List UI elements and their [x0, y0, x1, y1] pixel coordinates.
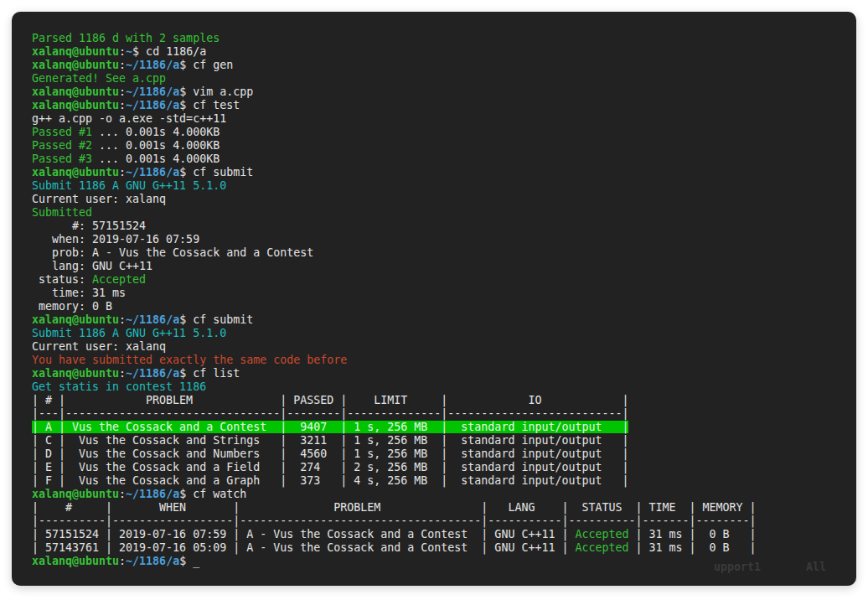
- output-duplicate-warning: You have submitted exactly the same code…: [32, 354, 851, 367]
- info-text: Submit 1186 A GNU G++11 5.1.0: [32, 179, 226, 192]
- text: | # | PROBLEM | PASSED | LIMIT | IO |: [32, 394, 628, 406]
- text: | D | Vus the Cossack and Numbers | 4560…: [32, 447, 628, 460]
- text: :: [119, 99, 126, 111]
- text: $ cf submit: [179, 313, 253, 326]
- submission-time: time: 31 ms: [32, 287, 851, 300]
- terminal-output: Parsed 1186 d with 2 samplesxalanq@ubunt…: [32, 32, 851, 581]
- output-submit-info-1: Submit 1186 A GNU G++11 5.1.0: [32, 179, 851, 193]
- text: |---|--------------------------------|--…: [32, 407, 628, 420]
- text: :: [119, 45, 126, 58]
- text: :: [119, 313, 126, 326]
- submission-lang: lang: GNU C++11: [32, 260, 851, 273]
- text: $ cd 1186/a: [132, 45, 206, 58]
- prompt-path: ~/1186/a: [126, 313, 179, 326]
- success-text: Passed #2: [32, 139, 92, 152]
- highlighted-row-text: | A | Vus the Cossack and a Contest | 94…: [32, 421, 628, 433]
- submission-when: when: 2019-07-16 07:59: [32, 233, 851, 246]
- prompt-path: ~/1186/a: [126, 555, 179, 567]
- prompt-path: ~/1186/a: [126, 59, 179, 71]
- watch-table-row-1: | 57151524 | 2019-07-16 07:59 | A - Vus …: [32, 528, 851, 541]
- output-get-statis: Get statis in contest 1186: [32, 380, 851, 394]
- list-table-row-f: | F | Vus the Cossack and a Graph | 373 …: [32, 474, 851, 488]
- prompt-user-host: xalanq@ubuntu: [32, 367, 119, 380]
- command-cd: xalanq@ubuntu:~$ cd 1186/a: [32, 45, 851, 59]
- list-table-row-e: | E | Vus the Cossack and a Field | 274 …: [32, 461, 851, 474]
- text: :: [119, 85, 126, 98]
- success-text: Accepted: [575, 541, 628, 554]
- submission-id: #: 57151524: [32, 220, 851, 233]
- command-cf-watch: xalanq@ubuntu:~/1186/a$ cf watch: [32, 488, 851, 501]
- output-parsed: Parsed 1186 d with 2 samples: [32, 32, 851, 45]
- text: | 57143761 | 2019-07-16 05:09 | A - Vus …: [32, 541, 575, 554]
- submission-memory: memory: 0 B: [32, 300, 851, 313]
- watch-table-header: | # | WHEN | PROBLEM | LANG | STATUS | T…: [32, 501, 851, 515]
- success-text: Parsed 1186 d with 2 samples: [32, 32, 220, 44]
- text: memory: 0 B: [32, 300, 112, 313]
- text: prob: A - Vus the Cossack and a Contest: [32, 246, 313, 259]
- text: :: [119, 166, 126, 178]
- success-text: Submitted: [32, 206, 92, 219]
- text: $ cf watch: [179, 488, 246, 500]
- text: Current user: xalanq: [32, 340, 166, 353]
- prompt-user-host: xalanq@ubuntu: [32, 555, 119, 567]
- text: | 31 ms | 0 B |: [628, 541, 756, 554]
- info-text: Get statis in contest 1186: [32, 380, 206, 393]
- text: :: [119, 367, 126, 380]
- output-current-user-2: Current user: xalanq: [32, 340, 851, 354]
- command-vim: xalanq@ubuntu:~/1186/a$ vim a.cpp: [32, 85, 851, 99]
- prompt-user-host: xalanq@ubuntu: [32, 313, 119, 326]
- text: $ cf submit: [179, 166, 253, 178]
- text: | C | Vus the Cossack and Strings | 3211…: [32, 434, 628, 447]
- info-text: Submit 1186 A GNU G++11 5.1.0: [32, 327, 226, 339]
- prompt-user-host: xalanq@ubuntu: [32, 166, 119, 178]
- text: g++ a.cpp -o a.exe -std=c++11: [32, 112, 226, 125]
- ghost-text-artifact-right: All: [806, 561, 826, 574]
- output-passed-2: Passed #2 ... 0.001s 4.000KB: [32, 139, 851, 153]
- text: :: [119, 59, 126, 71]
- text: | E | Vus the Cossack and a Field | 274 …: [32, 461, 628, 473]
- submission-status: status: Accepted: [32, 273, 851, 287]
- text: :: [119, 555, 126, 567]
- text: |----------|------------------|---------…: [32, 515, 757, 527]
- text: $: [179, 555, 193, 567]
- text: | 31 ms | 0 B |: [628, 528, 756, 541]
- list-table-separator: |---|--------------------------------|--…: [32, 407, 851, 421]
- success-text: Accepted: [92, 273, 146, 286]
- terminal-window[interactable]: Parsed 1186 d with 2 samplesxalanq@ubunt…: [12, 12, 856, 586]
- prompt-user-host: xalanq@ubuntu: [32, 488, 119, 500]
- list-table-row-d: | D | Vus the Cossack and Numbers | 4560…: [32, 447, 851, 461]
- submission-prob: prob: A - Vus the Cossack and a Contest: [32, 246, 851, 260]
- output-submit-info-2: Submit 1186 A GNU G++11 5.1.0: [32, 327, 851, 340]
- text: $ cf gen: [179, 59, 233, 71]
- watch-table-separator: |----------|------------------|---------…: [32, 515, 851, 528]
- prompt-user-host: xalanq@ubuntu: [32, 45, 119, 58]
- watch-table-row-2: | 57143761 | 2019-07-16 05:09 | A - Vus …: [32, 541, 851, 555]
- output-submitted: Submitted: [32, 206, 851, 220]
- command-cf-list: xalanq@ubuntu:~/1186/a$ cf list: [32, 367, 851, 380]
- text: ... 0.001s 4.000KB: [92, 139, 220, 152]
- prompt-user-host: xalanq@ubuntu: [32, 99, 119, 111]
- list-table-header: | # | PROBLEM | PASSED | LIMIT | IO |: [32, 394, 851, 407]
- prompt-path: ~/1186/a: [126, 367, 179, 380]
- prompt-path: ~: [126, 45, 132, 58]
- prompt-path: ~/1186/a: [126, 166, 179, 178]
- success-text: Accepted: [575, 528, 628, 541]
- command-cf-submit-1: xalanq@ubuntu:~/1186/a$ cf submit: [32, 166, 851, 179]
- text: #: 57151524: [32, 220, 146, 232]
- text: | 57151524 | 2019-07-16 07:59 | A - Vus …: [32, 528, 575, 541]
- text: ... 0.001s 4.000KB: [92, 153, 220, 165]
- output-compile: g++ a.cpp -o a.exe -std=c++11: [32, 112, 851, 126]
- prompt-user-host: xalanq@ubuntu: [32, 59, 119, 71]
- text: | # | WHEN | PROBLEM | LANG | STATUS | T…: [32, 501, 757, 514]
- success-text: Passed #1: [32, 126, 92, 138]
- command-cf-gen: xalanq@ubuntu:~/1186/a$ cf gen: [32, 59, 851, 72]
- text: $ vim a.cpp: [179, 85, 253, 98]
- error-text: You have submitted exactly the same code…: [32, 354, 347, 366]
- prompt-path: ~/1186/a: [126, 85, 179, 98]
- prompt-path: ~/1186/a: [126, 99, 179, 111]
- command-cf-submit-2: xalanq@ubuntu:~/1186/a$ cf submit: [32, 313, 851, 327]
- ghost-text-artifact-left: upport1: [714, 561, 761, 574]
- list-table-row-c: | C | Vus the Cossack and Strings | 3211…: [32, 434, 851, 447]
- text: :: [119, 488, 126, 500]
- text: $ cf list: [179, 367, 240, 380]
